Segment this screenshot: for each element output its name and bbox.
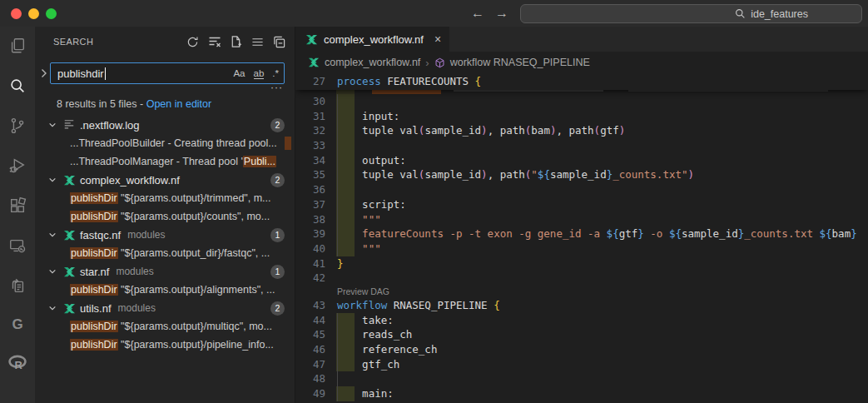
maximize-window-button[interactable] xyxy=(46,8,57,19)
search-icon xyxy=(735,8,746,19)
sticky-scroll-line[interactable]: 27 process FEATURECOUNTS { xyxy=(295,73,868,90)
tab-complex-workflow[interactable]: complex_workflow.nf × xyxy=(295,27,449,52)
match-text: publishDir "${params.output_dir}/fastqc"… xyxy=(70,247,291,259)
search-match-row[interactable]: ...ThreadPoolManager - Thread pool 'Publ… xyxy=(35,152,295,171)
code-line: 44 take: xyxy=(295,313,868,328)
line-number: 33 xyxy=(295,138,337,153)
line-number: 45 xyxy=(295,327,337,342)
collapse-all-icon[interactable] xyxy=(272,35,286,49)
gitlens-icon[interactable]: G xyxy=(7,316,27,333)
r-language-icon[interactable]: R xyxy=(7,355,27,371)
chevron-down-icon[interactable] xyxy=(48,267,58,276)
line-number: 46 xyxy=(295,342,337,357)
code-line: 31 input: xyxy=(295,109,868,124)
search-query-text: publishdir xyxy=(57,67,104,80)
line-number: 32 xyxy=(295,123,337,138)
search-file-row[interactable]: .nextflow.log 2 xyxy=(35,116,295,134)
minimize-window-button[interactable] xyxy=(28,8,39,19)
nav-forward-button[interactable]: → xyxy=(495,0,508,27)
search-details-toggle[interactable]: ··· xyxy=(270,82,283,93)
match-text: publishDir "${params.output}/alignments"… xyxy=(70,284,291,296)
nextflow-icon xyxy=(62,265,76,278)
line-number: 31 xyxy=(295,109,337,124)
match-text: publishDir "${params.output}/pipeline_in… xyxy=(70,339,291,351)
line-number: 41 xyxy=(295,256,337,271)
search-input[interactable]: publishdir Aa ab .* xyxy=(50,62,285,84)
regex-toggle[interactable]: .* xyxy=(272,68,279,78)
match-case-toggle[interactable]: Aa xyxy=(233,68,245,78)
search-file-row[interactable]: fastqc.nf modules 1 xyxy=(35,226,295,244)
command-center[interactable]: ide_features xyxy=(520,4,862,23)
code-line: 42 xyxy=(295,271,868,286)
symbol-cube-icon xyxy=(434,57,445,68)
match-count-badge: 2 xyxy=(270,173,285,187)
extensions-icon[interactable] xyxy=(7,197,27,215)
file-folder: modules xyxy=(118,302,156,314)
search-file-row[interactable]: complex_workflow.nf 2 xyxy=(35,171,295,189)
search-match-row[interactable]: publishDir "${params.output}/multiqc", m… xyxy=(35,317,295,336)
match-text: ...ThreadPoolBuilder - Creating thread p… xyxy=(70,137,285,149)
clipped-match-chip xyxy=(285,137,291,150)
chevron-down-icon[interactable] xyxy=(48,231,58,239)
search-match-row[interactable]: publishDir "${params.output}/trimmed", m… xyxy=(35,189,295,207)
log-file-icon xyxy=(62,118,76,132)
search-results-tree: .nextflow.log 2 ...ThreadPoolBuilder - C… xyxy=(35,116,295,354)
toggle-replace-button[interactable] xyxy=(37,68,50,78)
explorer-icon[interactable] xyxy=(7,37,27,55)
remote-explorer-icon[interactable] xyxy=(7,236,27,255)
refresh-icon[interactable] xyxy=(186,35,200,49)
line-number: 42 xyxy=(295,271,337,286)
breadcrumb-file[interactable]: complex_workflow.nf xyxy=(325,57,420,68)
match-count-badge: 2 xyxy=(270,301,285,316)
new-search-editor-icon[interactable] xyxy=(229,35,243,49)
line-number: 30 xyxy=(295,94,337,109)
search-match-row[interactable]: ...ThreadPoolBuilder - Creating thread p… xyxy=(35,134,295,152)
nextflow-icon xyxy=(305,33,318,46)
search-match-row[interactable]: publishDir "${params.output_dir}/fastqc"… xyxy=(35,244,295,262)
code-line: 46 reference_ch xyxy=(295,342,868,357)
search-view-icon[interactable] xyxy=(7,77,27,95)
breadcrumb-symbol[interactable]: workflow RNASEQ_PIPELINE xyxy=(450,57,590,68)
match-count-badge: 2 xyxy=(270,118,285,132)
line-number: 35 xyxy=(295,167,337,182)
line-number: 49 xyxy=(295,386,337,401)
file-name: .nextflow.log xyxy=(80,119,140,132)
view-as-list-icon[interactable] xyxy=(250,35,265,49)
line-number: 47 xyxy=(295,357,337,372)
breadcrumb-separator: › xyxy=(425,57,429,69)
source-control-icon[interactable] xyxy=(7,117,27,135)
task-forward-icon[interactable] xyxy=(7,276,27,295)
search-file-row[interactable]: utils.nf modules 2 xyxy=(35,299,295,317)
search-match-row[interactable]: publishDir "${params.output}/counts", mo… xyxy=(35,207,295,226)
results-count: 8 results in 5 files xyxy=(57,98,137,110)
nav-back-button[interactable]: ← xyxy=(471,0,484,27)
text-cursor xyxy=(105,67,106,80)
code-line: 43workflow RNASEQ_PIPELINE { xyxy=(295,298,868,313)
breadcrumb: complex_workflow.nf › workflow RNASEQ_PI… xyxy=(295,52,868,73)
chevron-down-icon[interactable] xyxy=(48,121,58,129)
line-number: 40 xyxy=(295,241,337,256)
close-window-button[interactable] xyxy=(11,8,22,19)
clear-search-results-icon[interactable] xyxy=(207,35,221,49)
chevron-down-icon[interactable] xyxy=(48,304,58,312)
account-icon[interactable] xyxy=(7,398,27,403)
match-count-badge: 1 xyxy=(270,265,285,279)
nextflow-icon xyxy=(62,228,76,241)
panel-title: SEARCH xyxy=(53,37,186,47)
codelens-preview-dag[interactable]: Preview DAG xyxy=(295,286,868,298)
line-number: 27 xyxy=(295,73,337,90)
search-match-row[interactable]: publishDir "${params.output}/pipeline_in… xyxy=(35,336,295,354)
open-in-editor-link[interactable]: Open in editor xyxy=(146,98,212,110)
run-debug-icon[interactable] xyxy=(7,157,27,175)
code-line: 49 main: xyxy=(295,386,868,401)
close-tab-icon[interactable]: × xyxy=(434,32,441,46)
search-match-row[interactable]: publishDir "${params.output}/alignments"… xyxy=(35,281,295,299)
code-lines: 3031 input:32 tuple val(sample_id), path… xyxy=(295,94,868,401)
code-line: 37 script: xyxy=(295,197,868,212)
activity-bar: G R xyxy=(0,27,35,403)
whole-word-toggle[interactable]: ab xyxy=(254,68,265,79)
search-file-row[interactable]: star.nf modules 1 xyxy=(35,262,295,281)
chevron-down-icon[interactable] xyxy=(48,176,58,184)
code-line: 34 output: xyxy=(295,153,868,168)
nextflow-icon xyxy=(62,301,76,315)
